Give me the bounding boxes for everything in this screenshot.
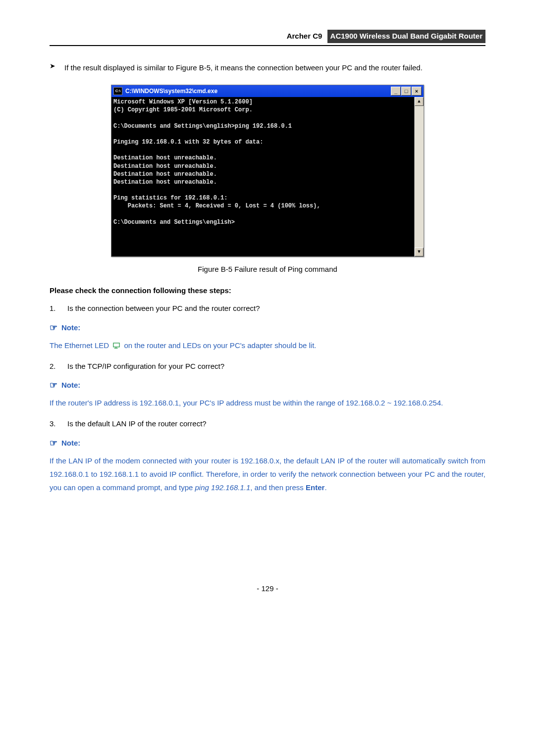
bullet-arrow-icon: ➤	[50, 61, 64, 75]
page-header: Archer C9 AC1900 Wireless Dual Band Giga…	[50, 30, 485, 46]
note-3-enter: Enter	[306, 483, 324, 492]
step-1-text: Is the connection between your PC and th…	[67, 303, 260, 314]
note-label: Note:	[61, 380, 80, 391]
cmd-icon: C:\	[113, 87, 122, 95]
cmd-title: C:\WINDOWS\system32\cmd.exe	[125, 87, 217, 96]
minimize-button[interactable]: _	[391, 87, 401, 96]
header-model: Archer C9	[287, 31, 325, 42]
note-3-heading: ☞ Note:	[50, 437, 485, 450]
note-label: Note:	[61, 322, 80, 334]
svg-rect-0	[113, 343, 119, 347]
intro-bullet: ➤ If the result displayed is similar to …	[50, 61, 485, 75]
intro-text: If the result displayed is similar to Fi…	[64, 61, 485, 75]
step-3-text: Is the default LAN IP of the router corr…	[67, 418, 207, 430]
page-number: - 129 -	[50, 583, 485, 595]
cmd-output: Microsoft Windows XP [Version 5.1.2600] …	[111, 97, 414, 256]
hand-icon: ☞	[50, 437, 57, 450]
cmd-titlebar: C:\ C:\WINDOWS\system32\cmd.exe _ □ ×	[111, 85, 424, 97]
step-3-number: 3.	[50, 418, 67, 430]
note-1-text-b: on the router and LEDs on your PC's adap…	[124, 341, 316, 350]
hand-icon: ☞	[50, 321, 57, 335]
scroll-up-button[interactable]: ▲	[415, 97, 424, 106]
note-3-ping-cmd: ping 192.168.1.1	[195, 483, 251, 492]
note-label: Note:	[61, 438, 80, 449]
step-2-text: Is the TCP/IP configuration for your PC …	[67, 361, 224, 372]
note-2-heading: ☞ Note:	[50, 379, 485, 392]
ethernet-led-icon	[112, 343, 121, 350]
figure-caption: Figure B-5 Failure result of Ping comman…	[50, 264, 485, 275]
hand-icon: ☞	[50, 379, 57, 392]
step-1-number: 1.	[50, 303, 67, 314]
note-1-body: The Ethernet LED on the router and LEDs …	[50, 339, 485, 352]
note-3-text-b: , and then press	[250, 483, 306, 492]
scroll-down-button[interactable]: ▼	[415, 248, 424, 256]
scrollbar[interactable]: ▲ ▼	[414, 97, 424, 256]
close-button[interactable]: ×	[412, 87, 422, 96]
note-1-heading: ☞ Note:	[50, 321, 485, 335]
header-title: AC1900 Wireless Dual Band Gigabit Router	[327, 30, 485, 43]
step-2-number: 2.	[50, 361, 67, 372]
note-2-body: If the router's IP address is 192.168.0.…	[50, 396, 485, 409]
note-3-body: If the LAN IP of the modem connected wit…	[50, 454, 485, 494]
maximize-button[interactable]: □	[401, 87, 411, 96]
cmd-window: C:\ C:\WINDOWS\system32\cmd.exe _ □ × Mi…	[111, 85, 424, 257]
note-1-text-a: The Ethernet LED	[50, 341, 111, 350]
scroll-track[interactable]	[415, 106, 424, 248]
step-2: 2. Is the TCP/IP configuration for your …	[50, 361, 485, 372]
check-heading: Please check the connection following th…	[50, 285, 485, 297]
note-3-text-c: .	[324, 483, 326, 492]
step-1: 1. Is the connection between your PC and…	[50, 303, 485, 314]
step-3: 3. Is the default LAN IP of the router c…	[50, 418, 485, 430]
